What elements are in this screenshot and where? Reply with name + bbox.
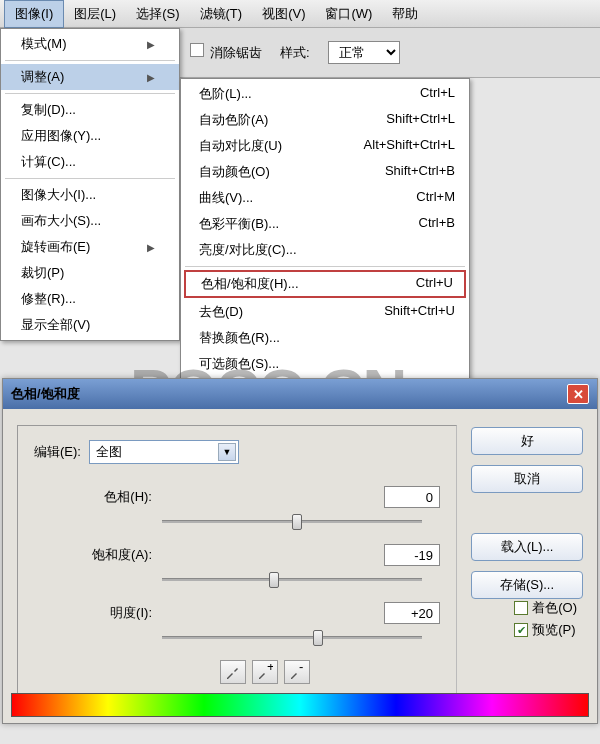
edit-label: 编辑(E): xyxy=(34,443,81,461)
menu-window[interactable]: 窗口(W) xyxy=(315,1,382,27)
save-button[interactable]: 存储(S)... xyxy=(471,571,583,599)
menu-view[interactable]: 视图(V) xyxy=(252,1,315,27)
menu-help[interactable]: 帮助 xyxy=(382,1,428,27)
saturation-slider[interactable] xyxy=(162,570,422,588)
menu-select[interactable]: 选择(S) xyxy=(126,1,189,27)
adjust-curves[interactable]: 曲线(V)...Ctrl+M xyxy=(181,185,469,211)
saturation-value[interactable] xyxy=(384,544,440,566)
hue-label: 色相(H): xyxy=(62,488,152,506)
saturation-label: 饱和度(A): xyxy=(62,546,152,564)
lightness-slider[interactable] xyxy=(162,628,422,646)
adjust-brightness-contrast[interactable]: 亮度/对比度(C)... xyxy=(181,237,469,263)
options-bar: 消除锯齿 样式: 正常 xyxy=(180,28,600,78)
antialias-checkbox xyxy=(190,43,204,57)
adjust-auto-contrast[interactable]: 自动对比度(U)Alt+Shift+Ctrl+L xyxy=(181,133,469,159)
close-button[interactable]: ✕ xyxy=(567,384,589,404)
menu-layer[interactable]: 图层(L) xyxy=(64,1,126,27)
menu-image-size[interactable]: 图像大小(I)... xyxy=(1,182,179,208)
menu-duplicate[interactable]: 复制(D)... xyxy=(1,97,179,123)
menu-separator xyxy=(185,266,465,267)
image-dropdown: 模式(M)▶ 调整(A)▶ 复制(D)... 应用图像(Y)... 计算(C).… xyxy=(0,28,180,341)
hue-value[interactable] xyxy=(384,486,440,508)
edit-combo[interactable]: 全图 ▼ xyxy=(89,440,239,464)
adjust-auto-levels[interactable]: 自动色阶(A)Shift+Ctrl+L xyxy=(181,107,469,133)
hue-slider[interactable] xyxy=(162,512,422,530)
dialog-titlebar[interactable]: 色相/饱和度 ✕ xyxy=(3,379,597,409)
adjust-submenu: 色阶(L)...Ctrl+L 自动色阶(A)Shift+Ctrl+L 自动对比度… xyxy=(180,78,470,380)
load-button[interactable]: 载入(L)... xyxy=(471,533,583,561)
style-select[interactable]: 正常 xyxy=(328,41,400,64)
menu-separator xyxy=(5,178,175,179)
menu-filter[interactable]: 滤镜(T) xyxy=(190,1,253,27)
menu-calculations[interactable]: 计算(C)... xyxy=(1,149,179,175)
dialog-title: 色相/饱和度 xyxy=(11,385,80,403)
chevron-down-icon: ▼ xyxy=(218,443,236,461)
cancel-button[interactable]: 取消 xyxy=(471,465,583,493)
menu-crop[interactable]: 裁切(P) xyxy=(1,260,179,286)
dialog-side-panel: 好 取消 载入(L)... 存储(S)... xyxy=(471,425,583,709)
menu-canvas-size[interactable]: 画布大小(S)... xyxy=(1,208,179,234)
menu-mode[interactable]: 模式(M)▶ xyxy=(1,31,179,57)
svg-text:-: - xyxy=(299,664,303,674)
adjust-color-balance[interactable]: 色彩平衡(B)...Ctrl+B xyxy=(181,211,469,237)
menu-separator xyxy=(5,93,175,94)
eyedropper-add-icon[interactable]: + xyxy=(252,660,278,684)
adjust-replace-color[interactable]: 替换颜色(R)... xyxy=(181,325,469,351)
lightness-value[interactable] xyxy=(384,602,440,624)
menu-image[interactable]: 图像(I) xyxy=(4,0,64,28)
adjust-hue-saturation[interactable]: 色相/饱和度(H)...Ctrl+U xyxy=(184,270,466,298)
menu-reveal-all[interactable]: 显示全部(V) xyxy=(1,312,179,338)
menubar: 图像(I) 图层(L) 选择(S) 滤镜(T) 视图(V) 窗口(W) 帮助 xyxy=(0,0,600,28)
menu-separator xyxy=(5,60,175,61)
submenu-arrow-icon: ▶ xyxy=(147,39,155,50)
style-label: 样式: xyxy=(280,44,310,62)
svg-text:+: + xyxy=(267,664,273,674)
eyedropper-subtract-icon[interactable]: - xyxy=(284,660,310,684)
color-spectrum xyxy=(11,693,589,717)
submenu-arrow-icon: ▶ xyxy=(147,72,155,83)
dialog-main-panel: 编辑(E): 全图 ▼ 色相(H): 饱和度(A): 明度(I): xyxy=(17,425,457,709)
menu-rotate-canvas[interactable]: 旋转画布(E)▶ xyxy=(1,234,179,260)
preview-checkbox[interactable]: ✔预览(P) xyxy=(514,621,577,639)
eyedropper-icon[interactable] xyxy=(220,660,246,684)
menu-adjust[interactable]: 调整(A)▶ xyxy=(1,64,179,90)
lightness-label: 明度(I): xyxy=(62,604,152,622)
submenu-arrow-icon: ▶ xyxy=(147,242,155,253)
hue-saturation-dialog: 色相/饱和度 ✕ 编辑(E): 全图 ▼ 色相(H): 饱和度(A): xyxy=(2,378,598,724)
ok-button[interactable]: 好 xyxy=(471,427,583,455)
adjust-auto-color[interactable]: 自动颜色(O)Shift+Ctrl+B xyxy=(181,159,469,185)
adjust-desaturate[interactable]: 去色(D)Shift+Ctrl+U xyxy=(181,299,469,325)
antialias-option: 消除锯齿 xyxy=(190,43,262,62)
menu-apply-image[interactable]: 应用图像(Y)... xyxy=(1,123,179,149)
menu-trim[interactable]: 修整(R)... xyxy=(1,286,179,312)
colorize-checkbox[interactable]: 着色(O) xyxy=(514,599,577,617)
adjust-levels[interactable]: 色阶(L)...Ctrl+L xyxy=(181,81,469,107)
